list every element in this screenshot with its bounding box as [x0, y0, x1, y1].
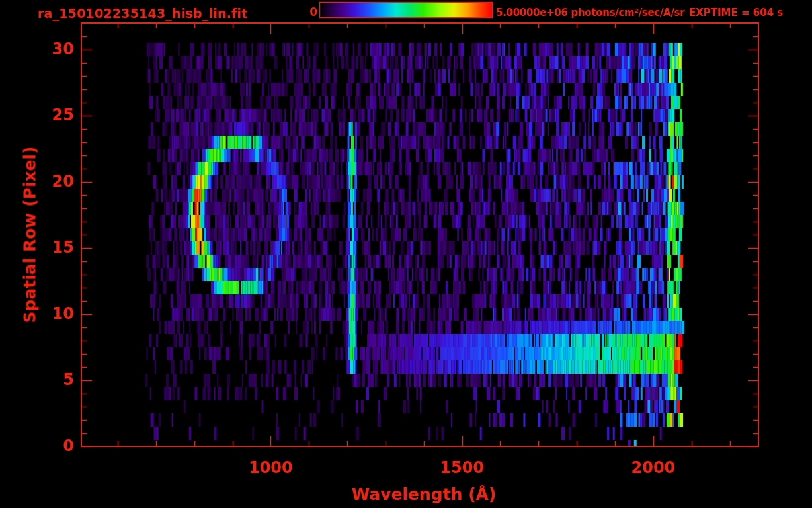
colorbar-max-label: 5.00000e+06 photons/cm²/sec/A/sr	[496, 7, 684, 19]
y-tick-label-30: 30	[0, 40, 74, 58]
fits-filename-title: ra_150102235143_hisb_lin.fit	[38, 6, 248, 21]
spectral-heatmap-canvas	[0, 0, 812, 508]
y-tick-label-0: 0	[0, 437, 74, 455]
x-tick-label-2000: 2000	[631, 458, 675, 477]
x-axis-title: Wavelength (Å)	[352, 485, 497, 504]
y-tick-label-25: 25	[0, 106, 74, 124]
exptime-label: EXPTIME = 604 s	[689, 7, 783, 19]
x-tick-label-1000: 1000	[249, 458, 293, 477]
colorbar-min-label: 0	[291, 5, 317, 19]
x-tick-label-1500: 1500	[440, 458, 484, 477]
fits-image-display-window: ra_150102235143_hisb_lin.fit 0 5.00000e+…	[0, 0, 812, 508]
y-tick-label-10: 10	[0, 304, 74, 323]
y-tick-label-5: 5	[0, 370, 74, 389]
y-tick-label-20: 20	[0, 172, 74, 190]
y-tick-label-15: 15	[0, 238, 74, 257]
